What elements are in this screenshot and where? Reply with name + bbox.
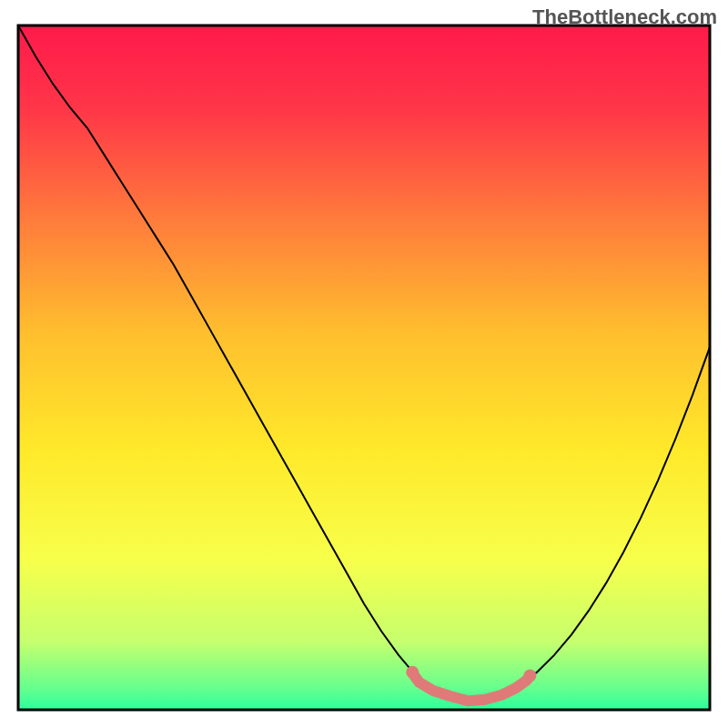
chart-container: TheBottleneck.com: [0, 0, 728, 728]
highlight-dot-left: [406, 666, 419, 679]
highlight-dot-right: [523, 669, 536, 682]
gradient-background: [18, 25, 710, 710]
watermark-text: TheBottleneck.com: [532, 5, 717, 29]
bottleneck-chart: [0, 0, 728, 728]
